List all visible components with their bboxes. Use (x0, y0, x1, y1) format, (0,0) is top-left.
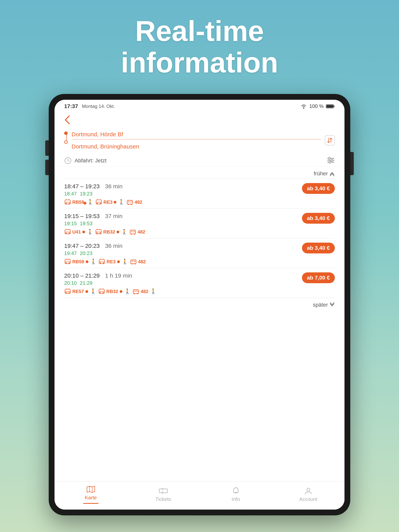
leg-rb59-label: RB59 (72, 200, 84, 205)
trip-price[interactable]: ab 3,40 € (302, 183, 335, 194)
svg-point-76 (100, 292, 101, 293)
filter-icon (327, 157, 335, 164)
leg-482-3-label: 482 (138, 259, 146, 265)
trip-actual-to-2: 19:53 (80, 221, 92, 227)
svg-point-53 (69, 262, 70, 264)
earlier-chevron-icon (329, 171, 335, 176)
trip-legs-4: RE57 🚶 RB32 🚶 482 (64, 288, 335, 295)
trip-info-4: 20:10 – 21:29 1 h 19 min 20:10 21:29 (64, 272, 132, 286)
walk-icon-1: 🚶 (87, 199, 93, 205)
back-button[interactable] (64, 115, 335, 127)
svg-rect-3 (327, 105, 333, 108)
bus-icon-2 (129, 228, 136, 235)
train-icon-2 (95, 199, 102, 206)
trip-row-2[interactable]: 19:15 – 19:53 37 min 19:15 19:53 ab 3,40… (64, 208, 335, 238)
trip-top-2: 19:15 – 19:53 37 min 19:15 19:53 ab 3,40… (64, 213, 335, 227)
earlier-label: früher (314, 171, 328, 177)
alert-dot-2 (114, 201, 116, 203)
headline-line2: information (121, 47, 278, 78)
svg-point-23 (100, 203, 101, 204)
svg-point-0 (303, 108, 304, 109)
dest-input-row[interactable]: Dortmund, Brüninghausen (71, 142, 321, 151)
swap-button[interactable] (325, 130, 335, 151)
svg-point-22 (97, 203, 98, 204)
svg-point-70 (65, 292, 67, 293)
ticket-icon (158, 487, 168, 495)
app-content: Dortmund, Hörde Bf Dortmund, Brüninghaus… (55, 111, 344, 510)
train-icon-3 (64, 228, 71, 235)
svg-rect-2 (334, 106, 335, 107)
alert-dot-8 (120, 290, 122, 293)
trip-top: 18:47 – 19:23 36 min 18:47 19:23 ab 3,40… (64, 183, 335, 197)
leg-rb32-2-label: RB32 (106, 289, 118, 294)
route-inputs: Dortmund, Hörde Bf Dortmund, Brüninghaus… (71, 130, 321, 151)
nav-item-karte[interactable]: Karte (71, 485, 110, 504)
wifi-icon (300, 104, 307, 109)
leg-u41-label: U41 (72, 229, 81, 235)
trip-row-4[interactable]: 20:10 – 21:29 1 h 19 min 20:10 21:29 ab … (64, 268, 335, 298)
trip-actual-times: 18:47 19:23 (64, 191, 123, 197)
leg-482-3: 482 (130, 258, 146, 265)
earlier-button[interactable]: früher (64, 167, 335, 179)
route-input-container: Dortmund, Hörde Bf Dortmund, Brüninghaus… (64, 130, 335, 151)
nav-label-account: Account (299, 496, 317, 502)
leg-482-4-label: 482 (140, 289, 148, 294)
trip-legs: RB59 🚶 RE3 🚶 482 (64, 199, 335, 206)
trip-legs-2: U41 🚶 RB32 🚶 482 (64, 228, 335, 235)
walk-icon-7: 🚶 (90, 288, 96, 294)
trip-price-2[interactable]: ab 3,40 € (302, 213, 335, 224)
later-button[interactable]: später (64, 298, 335, 312)
trip-actual-from-4: 20:10 (64, 280, 77, 286)
svg-point-66 (131, 263, 133, 265)
nav-label-info: Info (232, 496, 240, 502)
svg-point-41 (100, 233, 101, 234)
later-label: später (313, 302, 328, 308)
status-time: 17:37 (64, 103, 78, 109)
svg-point-16 (65, 203, 67, 204)
trip-price-4[interactable]: ab 7,00 € (302, 272, 335, 283)
bell-icon (232, 487, 240, 495)
departure-time[interactable]: Abfahrt: Jetzt (64, 157, 107, 164)
nav-item-account[interactable]: Account (289, 487, 328, 502)
alert-dot (84, 202, 86, 204)
leg-482-4: 482 (133, 288, 148, 295)
nav-label-karte: Karte (85, 495, 97, 501)
nav-item-info[interactable]: Info (216, 487, 255, 502)
trip-row[interactable]: 18:47 – 19:23 36 min 18:47 19:23 ab 3,40… (64, 179, 335, 208)
leg-u41: U41 (64, 228, 85, 235)
trip-actual-to: 19:23 (80, 191, 92, 197)
results-area: früher 18:47 – 19:23 36 min (55, 167, 344, 481)
trip-row-3[interactable]: 19:47 – 20:23 36 min 19:47 20:23 ab 3,40… (64, 238, 335, 268)
svg-point-40 (96, 233, 98, 234)
status-bar: 17:37 Montag 14. Okt. 100 % (55, 100, 344, 111)
tablet-screen: 17:37 Montag 14. Okt. 100 % (55, 100, 344, 510)
svg-point-17 (69, 203, 70, 204)
origin-dot (64, 132, 68, 135)
nav-item-tickets[interactable]: Tickets (144, 487, 183, 502)
battery-icon (326, 104, 335, 109)
clock-icon (64, 157, 71, 164)
trip-duration-4: 1 h 19 min (105, 272, 132, 279)
leg-re3-2: RE3 (98, 258, 120, 265)
svg-point-67 (134, 263, 135, 265)
svg-point-84 (134, 293, 135, 294)
filter-button[interactable] (327, 157, 335, 165)
svg-rect-47 (133, 230, 135, 232)
leg-rb59: RB59 (64, 199, 85, 206)
origin-text: Dortmund, Hörde Bf (71, 131, 321, 138)
leg-482: 482 (127, 199, 142, 206)
origin-input-row[interactable]: Dortmund, Hörde Bf (71, 130, 321, 139)
leg-rb59-2: RB59 (64, 258, 88, 265)
trip-time-range-4: 20:10 – 21:29 (64, 272, 100, 279)
train-icon (64, 199, 71, 206)
trip-duration: 36 min (105, 183, 123, 190)
trip-price-3[interactable]: ab 3,40 € (302, 243, 335, 253)
svg-rect-88 (159, 489, 167, 493)
leg-rb59-2-label: RB59 (72, 259, 84, 265)
search-header: Dortmund, Hörde Bf Dortmund, Brüninghaus… (55, 111, 344, 153)
trip-info: 18:47 – 19:23 36 min 18:47 19:23 (64, 183, 123, 197)
battery-text: 100 % (309, 103, 324, 109)
leg-re3: RE3 (95, 199, 116, 206)
leg-rb32-label: RB32 (103, 229, 115, 235)
dest-text: Dortmund, Brüninghausen (71, 143, 321, 150)
